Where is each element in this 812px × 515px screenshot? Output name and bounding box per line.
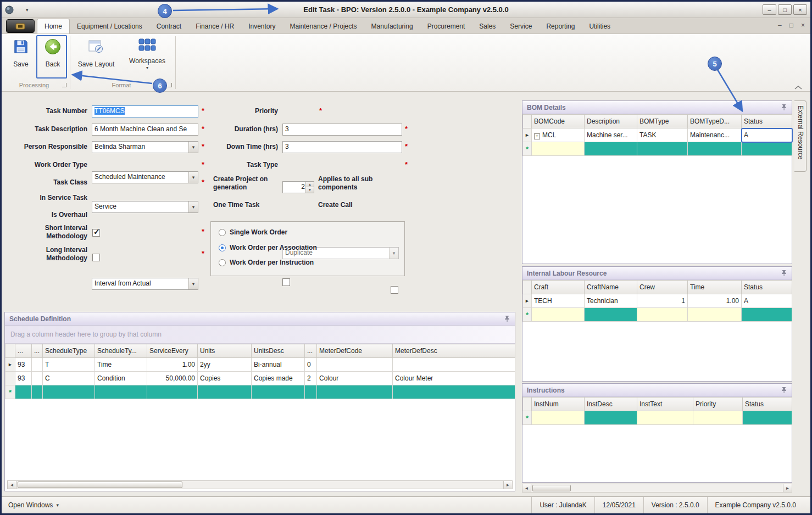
column-header[interactable]: CraftName <box>585 281 637 294</box>
new-row-icon[interactable]: * <box>523 308 532 322</box>
applies-all-sub-checkbox[interactable] <box>391 286 398 294</box>
column-header[interactable]: MeterDefDesc <box>393 344 515 358</box>
column-header[interactable]: Priority <box>693 398 743 411</box>
column-header[interactable]: Craft <box>532 281 585 294</box>
column-header[interactable]: ... <box>305 344 317 358</box>
short-interval-methodology-label: Short Interval Methodology <box>4 224 87 240</box>
expand-row-icon[interactable]: + <box>534 133 540 139</box>
bom-status-cell[interactable]: A <box>742 128 792 142</box>
in-service-task-checkbox[interactable] <box>92 229 100 237</box>
row-indicator-icon[interactable]: ► <box>523 128 532 142</box>
column-header[interactable]: InstNum <box>532 398 585 411</box>
person-responsible-label: Person Responsible <box>4 143 87 151</box>
down-time-input[interactable]: 3 <box>282 141 402 153</box>
row-indicator-icon[interactable]: ► <box>5 358 15 372</box>
radio-single-work-order[interactable]: Single Work Order <box>219 228 287 236</box>
column-header[interactable]: UnitsDesc <box>252 344 305 358</box>
right-dock-horizontal-scrollbar[interactable]: ◄ ► <box>522 484 792 492</box>
column-header[interactable]: BOMType <box>637 115 688 128</box>
column-header[interactable]: BOMCode <box>532 115 585 128</box>
internal-labour-header: Internal Labour Resource <box>522 267 792 280</box>
table-row: ► 93 T Time 1.00 2yy Bi-annual 0 <box>5 358 515 372</box>
processing-dialog-launcher-icon[interactable] <box>62 83 66 87</box>
tab-inventory[interactable]: Inventory <box>241 19 282 33</box>
required-marker: * <box>319 107 322 115</box>
radio-work-order-per-association[interactable]: Work Order per Association <box>219 244 317 251</box>
workspaces-button[interactable]: Workspaces ▾ <box>124 38 171 70</box>
ribbon-close-icon[interactable]: × <box>801 21 805 29</box>
column-header[interactable]: ScheduleType <box>43 344 95 358</box>
tab-manufacturing[interactable]: Manufacturing <box>364 19 420 33</box>
app-menu-button[interactable] <box>6 19 35 33</box>
schedule-horizontal-scrollbar[interactable]: ◄ ► <box>7 480 513 489</box>
tab-service[interactable]: Service <box>503 19 539 33</box>
tab-maintenance-projects[interactable]: Maintenance / Projects <box>283 19 364 33</box>
column-header[interactable]: Units <box>198 344 252 358</box>
radio-icon <box>219 229 226 236</box>
tab-equipment-locations[interactable]: Equipment / Locations <box>70 19 149 33</box>
column-header[interactable]: InstDesc <box>585 398 637 411</box>
close-button[interactable]: × <box>793 4 807 15</box>
column-header[interactable]: InstText <box>637 398 693 411</box>
tab-home[interactable]: Home <box>37 19 70 33</box>
column-header[interactable]: ServiceEvery <box>147 344 198 358</box>
status-version: Version : 2.5.0.0 <box>643 497 707 513</box>
column-header[interactable]: Status <box>742 281 792 294</box>
column-header[interactable]: ScheduleTy... <box>95 344 147 358</box>
priority-stepper[interactable]: 2 ▲▼ <box>282 181 314 193</box>
column-header[interactable]: ... <box>15 344 32 358</box>
column-header[interactable]: Description <box>585 115 637 128</box>
spin-down-icon: ▼ <box>306 187 314 193</box>
work-order-type-label: Work Order Type <box>4 161 87 169</box>
minimize-button[interactable]: – <box>763 4 776 15</box>
task-type-label: Task Type <box>212 161 278 169</box>
column-header[interactable]: ... <box>32 344 43 358</box>
column-header[interactable]: Status <box>742 115 792 128</box>
tab-sales[interactable]: Sales <box>472 19 503 33</box>
duration-input[interactable]: 3 <box>282 124 402 136</box>
new-row-icon[interactable]: * <box>5 385 15 399</box>
task-description-input[interactable]: 6 Month Machine Clean and Se <box>92 124 198 136</box>
radio-icon <box>219 259 226 266</box>
bpo-logo-icon <box>15 23 26 30</box>
column-header[interactable]: MeterDefCode <box>317 344 393 358</box>
back-button[interactable]: Back <box>39 38 66 68</box>
chevron-down-icon: ▾ <box>188 201 198 212</box>
column-header[interactable]: Crew <box>637 281 688 294</box>
external-resource-tab[interactable]: External Resource <box>794 100 807 172</box>
save-button[interactable]: Save <box>7 38 35 68</box>
radio-work-order-per-instruction[interactable]: Work Order per Instruction <box>219 259 314 266</box>
task-class-select[interactable]: Service▾ <box>92 201 198 213</box>
down-time-label: Down Time (hrs) <box>212 143 278 151</box>
column-header[interactable]: BOMTypeD... <box>688 115 742 128</box>
pin-icon[interactable] <box>781 387 787 394</box>
row-indicator-icon[interactable]: ► <box>523 294 532 308</box>
pin-icon[interactable] <box>781 270 787 277</box>
ribbon-minimize-icon[interactable]: – <box>778 21 782 29</box>
new-row-icon[interactable]: * <box>523 142 532 156</box>
pin-icon[interactable] <box>781 104 787 111</box>
short-interval-methodology-select[interactable]: Interval from Actual▾ <box>92 278 198 290</box>
maximize-button[interactable]: □ <box>778 4 792 15</box>
group-by-area[interactable]: Drag a column header here to group by th… <box>5 326 515 344</box>
tab-procurement[interactable]: Procurement <box>420 19 472 33</box>
scroll-right-icon: ► <box>503 481 512 489</box>
collapse-ribbon-icon[interactable] <box>794 82 803 92</box>
column-header[interactable]: Status <box>743 398 792 411</box>
new-row-icon[interactable]: * <box>523 411 532 425</box>
format-dialog-launcher-icon[interactable] <box>168 83 172 87</box>
pin-icon[interactable] <box>504 315 510 322</box>
create-project-checkbox[interactable] <box>282 278 290 286</box>
tab-finance-hr[interactable]: Finance / HR <box>188 19 241 33</box>
tab-reporting[interactable]: Reporting <box>539 19 582 33</box>
tab-utilities[interactable]: Utilities <box>582 19 618 33</box>
open-windows-button[interactable]: Open Windows ▾ <box>8 501 59 509</box>
ribbon-restore-icon[interactable]: □ <box>789 21 793 29</box>
column-header[interactable]: Time <box>688 281 742 294</box>
tab-contract[interactable]: Contract <box>149 19 188 33</box>
work-order-type-select[interactable]: Scheduled Maintenance▾ <box>92 171 198 183</box>
task-number-input[interactable]: TT06MCS <box>92 105 198 117</box>
is-overhaul-checkbox[interactable] <box>92 254 100 261</box>
person-responsible-select[interactable]: Belinda Sharman▾ <box>92 141 198 153</box>
save-layout-button[interactable]: Save Layout <box>73 38 119 68</box>
